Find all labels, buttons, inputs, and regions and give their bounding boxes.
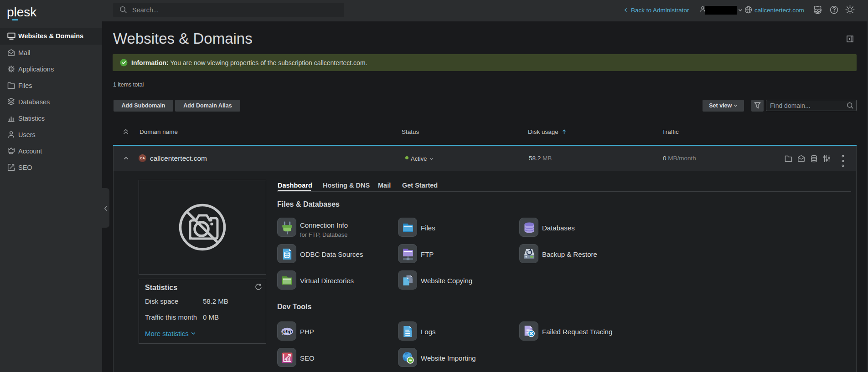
svg-text:php: php: [282, 329, 292, 334]
